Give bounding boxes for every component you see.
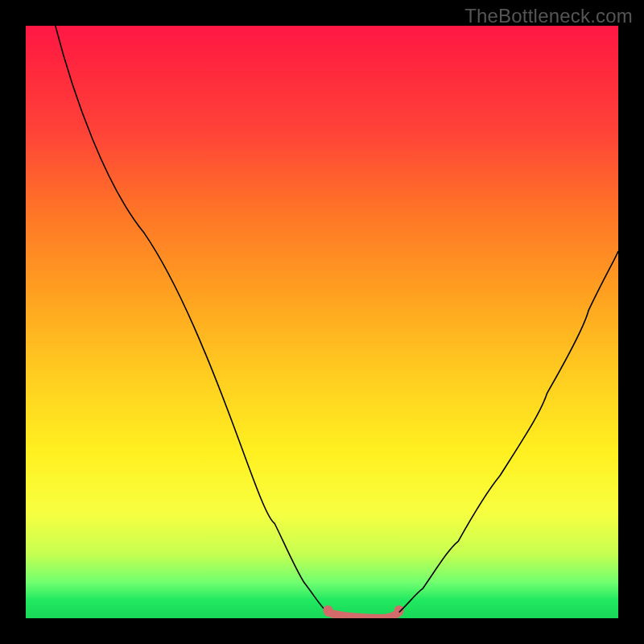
plot-area bbox=[26, 26, 618, 618]
curve-right bbox=[399, 251, 618, 613]
chart-frame: TheBottleneck.com bbox=[0, 0, 644, 644]
valley-dot-right bbox=[394, 605, 404, 615]
valley-floor bbox=[328, 613, 398, 618]
chart-svg bbox=[26, 26, 618, 618]
curve-left bbox=[56, 26, 328, 613]
watermark-text: TheBottleneck.com bbox=[464, 5, 633, 27]
valley-dot-left bbox=[323, 605, 332, 615]
